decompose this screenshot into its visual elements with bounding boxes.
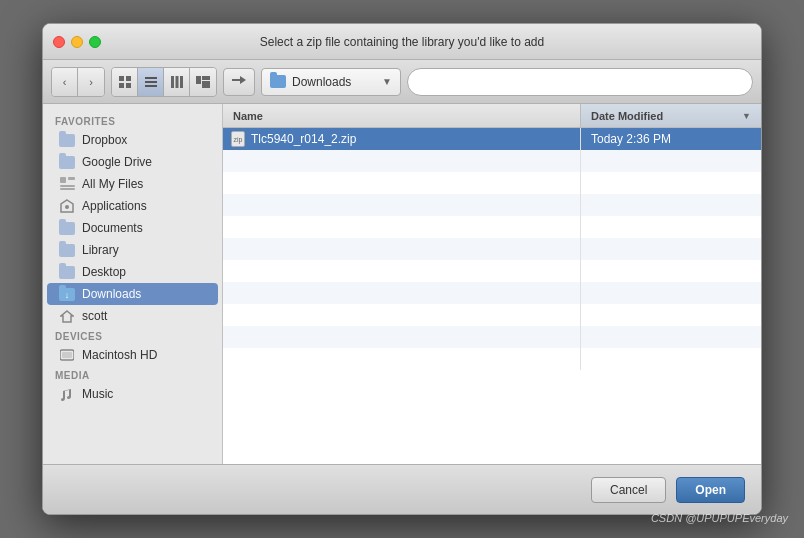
svg-rect-8	[175, 76, 178, 88]
close-button[interactable]	[53, 36, 65, 48]
table-row[interactable]	[223, 326, 761, 348]
sidebar-item-label: All My Files	[82, 177, 143, 191]
col-date-header[interactable]: Date Modified ▼	[581, 104, 761, 127]
location-label: Downloads	[292, 75, 351, 89]
file-date-cell	[581, 304, 761, 326]
file-date: Today 2:36 PM	[591, 132, 671, 146]
sidebar-item-dropbox[interactable]: Dropbox	[47, 129, 218, 151]
view-cover-button[interactable]	[190, 68, 216, 96]
file-name-cell	[223, 150, 581, 172]
action-button[interactable]	[223, 68, 255, 96]
dialog-window: Select a zip file containing the library…	[42, 23, 762, 515]
sidebar-item-label: Music	[82, 387, 113, 401]
traffic-lights	[53, 36, 101, 48]
sidebar-item-library[interactable]: Library	[47, 239, 218, 261]
table-row[interactable]	[223, 150, 761, 172]
table-row[interactable]	[223, 348, 761, 370]
file-list: zip Tlc5940_r014_2.zip Today 2:36 PM	[223, 128, 761, 464]
sidebar-item-downloads[interactable]: ↓ Downloads	[47, 283, 218, 305]
dropdown-arrow-icon: ▼	[382, 76, 392, 87]
location-dropdown[interactable]: Downloads ▼	[261, 68, 401, 96]
file-date-cell	[581, 282, 761, 304]
search-input[interactable]	[407, 68, 753, 96]
favorites-label: FAVORITES	[43, 112, 222, 129]
sidebar-item-applications[interactable]: Applications	[47, 195, 218, 217]
view-buttons	[111, 67, 217, 97]
sidebar-item-label: Downloads	[82, 287, 141, 301]
sidebar-item-music[interactable]: Music	[47, 383, 218, 405]
view-column-button[interactable]	[164, 68, 190, 96]
svg-rect-10	[196, 76, 201, 84]
main-panel: Name Date Modified ▼ zip Tlc5940_r014_2.…	[223, 104, 761, 464]
sidebar-item-desktop[interactable]: Desktop	[47, 261, 218, 283]
all-my-files-icon	[59, 176, 75, 192]
col-name-header[interactable]: Name	[223, 104, 581, 127]
zip-icon: zip	[231, 131, 245, 147]
google-drive-icon	[59, 154, 75, 170]
svg-marker-14	[240, 76, 246, 84]
svg-rect-0	[119, 76, 124, 81]
svg-rect-7	[171, 76, 174, 88]
file-date-cell	[581, 326, 761, 348]
sidebar-item-label: Library	[82, 243, 119, 257]
toolbar: ‹ › Downloads ▼ 🔍	[43, 60, 761, 104]
file-name-cell	[223, 348, 581, 370]
svg-rect-4	[145, 77, 157, 79]
back-button[interactable]: ‹	[52, 68, 78, 96]
sidebar-item-label: Macintosh HD	[82, 348, 157, 362]
file-name-cell	[223, 216, 581, 238]
file-name-cell	[223, 238, 581, 260]
view-icon-button[interactable]	[112, 68, 138, 96]
cancel-button[interactable]: Cancel	[591, 477, 666, 503]
svg-rect-1	[126, 76, 131, 81]
svg-rect-6	[145, 85, 157, 87]
search-wrapper: 🔍	[407, 68, 753, 96]
sidebar-item-label: scott	[82, 309, 107, 323]
watermark: CSDN @UPUPUPEveryday	[651, 512, 788, 524]
sidebar: FAVORITES Dropbox Google Drive All My Fi…	[43, 104, 223, 464]
table-row[interactable]	[223, 260, 761, 282]
svg-rect-16	[68, 177, 75, 180]
file-date-cell	[581, 172, 761, 194]
table-row[interactable]	[223, 282, 761, 304]
window-title: Select a zip file containing the library…	[260, 35, 544, 49]
media-label: MEDIA	[43, 366, 222, 383]
table-row[interactable]	[223, 238, 761, 260]
svg-rect-21	[62, 352, 72, 358]
table-row[interactable]	[223, 172, 761, 194]
devices-label: DEVICES	[43, 327, 222, 344]
desktop-icon	[59, 264, 75, 280]
svg-rect-12	[202, 81, 210, 88]
file-name-cell	[223, 282, 581, 304]
footer: Cancel Open	[43, 464, 761, 514]
sidebar-item-label: Applications	[82, 199, 147, 213]
sidebar-item-scott[interactable]: scott	[47, 305, 218, 327]
home-icon	[59, 308, 75, 324]
table-row[interactable]	[223, 216, 761, 238]
file-name-cell	[223, 194, 581, 216]
view-list-button[interactable]	[138, 68, 164, 96]
file-date-cell	[581, 348, 761, 370]
sidebar-item-macintosh-hd[interactable]: Macintosh HD	[47, 344, 218, 366]
nav-buttons: ‹ ›	[51, 67, 105, 97]
svg-rect-18	[60, 188, 75, 190]
sidebar-item-google-drive[interactable]: Google Drive	[47, 151, 218, 173]
open-button[interactable]: Open	[676, 477, 745, 503]
column-headers: Name Date Modified ▼	[223, 104, 761, 128]
svg-rect-2	[119, 83, 124, 88]
forward-button[interactable]: ›	[78, 68, 104, 96]
sidebar-item-label: Dropbox	[82, 133, 127, 147]
sidebar-item-all-my-files[interactable]: All My Files	[47, 173, 218, 195]
table-row[interactable]	[223, 304, 761, 326]
file-date-cell	[581, 150, 761, 172]
zoom-button[interactable]	[89, 36, 101, 48]
file-name-cell	[223, 326, 581, 348]
minimize-button[interactable]	[71, 36, 83, 48]
sidebar-item-documents[interactable]: Documents	[47, 217, 218, 239]
table-row[interactable]	[223, 194, 761, 216]
documents-icon	[59, 220, 75, 236]
file-name-cell	[223, 260, 581, 282]
dropbox-icon	[59, 132, 75, 148]
downloads-icon: ↓	[59, 286, 75, 302]
table-row[interactable]: zip Tlc5940_r014_2.zip Today 2:36 PM	[223, 128, 761, 150]
